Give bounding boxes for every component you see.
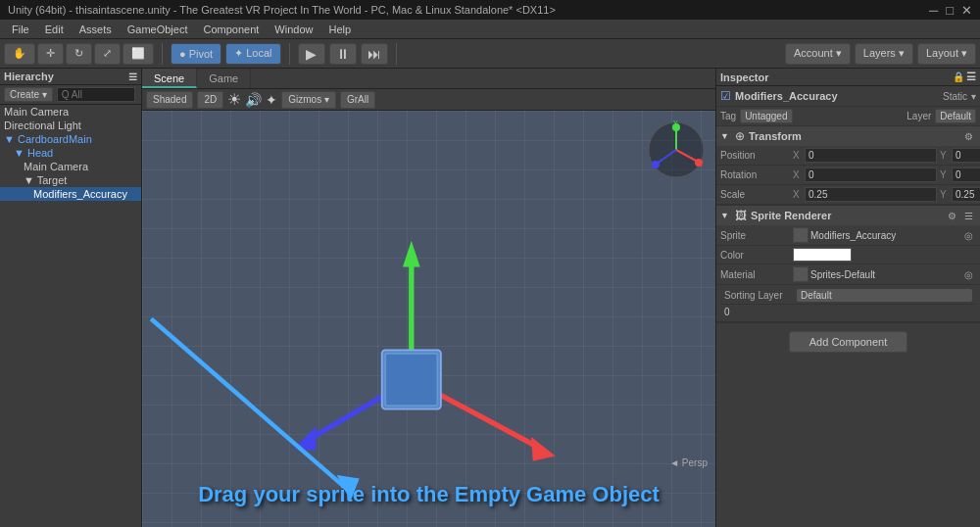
light-icon[interactable]: ☀ bbox=[227, 90, 241, 109]
play-button[interactable]: ▶ bbox=[298, 43, 325, 65]
tutorial-arrow bbox=[142, 111, 715, 527]
tab-game[interactable]: Game bbox=[197, 69, 251, 88]
position-label: Position bbox=[720, 150, 789, 161]
menu-item-component[interactable]: Component bbox=[195, 20, 267, 39]
rotate-tool[interactable]: ↻ bbox=[66, 43, 92, 65]
scale-y-field: Y bbox=[940, 187, 980, 202]
object-name: Modifiers_Accuracy bbox=[735, 90, 939, 102]
hierarchy-item-main-camera-child[interactable]: Main Camera bbox=[0, 160, 141, 173]
menu-item-file[interactable]: File bbox=[4, 20, 37, 39]
static-label: Static bbox=[943, 91, 967, 102]
menu-item-gameobject[interactable]: GameObject bbox=[120, 20, 196, 39]
transform-header[interactable]: ▼ ⊕ Transform ⚙ bbox=[716, 126, 980, 146]
hierarchy-item-cardboardmain[interactable]: ▼ CardboardMain bbox=[0, 132, 141, 146]
menu-item-help[interactable]: Help bbox=[320, 20, 359, 39]
material-select-btn[interactable]: ◎ bbox=[961, 269, 976, 280]
sorting-label: Sorting Layer bbox=[724, 290, 793, 301]
menu-item-window[interactable]: Window bbox=[267, 20, 320, 39]
svg-text:Z: Z bbox=[652, 163, 657, 169]
color-swatch[interactable] bbox=[793, 248, 852, 262]
svg-text:Y: Y bbox=[673, 120, 678, 126]
sprite-renderer-title: Sprite Renderer bbox=[751, 210, 941, 221]
sprite-field: Modifiers_Accuracy ◎ bbox=[793, 227, 976, 243]
grall-btn[interactable]: GrAll bbox=[340, 91, 375, 109]
static-dropdown[interactable]: ▾ bbox=[971, 91, 976, 102]
sorting-section: Sorting Layer Default 0 bbox=[716, 285, 980, 322]
transform-icon: ⊕ bbox=[735, 129, 745, 143]
local-button[interactable]: ✦ Local bbox=[225, 43, 280, 65]
hierarchy-item-dir-light[interactable]: Directional Light bbox=[0, 119, 141, 132]
hierarchy-pin[interactable]: ☰ bbox=[128, 72, 137, 82]
gizmos-btn[interactable]: Gizmos ▾ bbox=[281, 91, 336, 109]
sprite-renderer-settings[interactable]: ⚙ bbox=[945, 211, 959, 221]
2d-btn[interactable]: 2D bbox=[197, 91, 223, 109]
hierarchy-item-head[interactable]: ▼ Head bbox=[0, 146, 141, 160]
scale-row: Scale X Y Z bbox=[716, 185, 980, 205]
layer-value[interactable]: Default bbox=[935, 109, 976, 123]
pause-button[interactable]: ⏸ bbox=[329, 43, 357, 65]
menu-bar: FileEditAssetsGameObjectComponentWindowH… bbox=[0, 20, 980, 39]
step-button[interactable]: ⏭ bbox=[361, 43, 388, 65]
sprite-select-btn[interactable]: ◎ bbox=[961, 230, 976, 241]
hand-tool[interactable]: ✋ bbox=[4, 43, 35, 65]
hierarchy-search[interactable] bbox=[57, 87, 135, 102]
shaded-btn[interactable]: Shaded bbox=[146, 91, 193, 109]
add-component-button[interactable]: Add Component bbox=[789, 331, 908, 353]
inspector-panel: Inspector 🔒 ☰ ☑ Modifiers_Accuracy Stati… bbox=[715, 69, 980, 527]
rotation-x-input[interactable] bbox=[805, 168, 937, 182]
svg-rect-6 bbox=[382, 350, 441, 408]
svg-line-18 bbox=[151, 319, 351, 493]
scale-tool[interactable]: ⤢ bbox=[94, 43, 121, 65]
sprite-row: Sprite Modifiers_Accuracy ◎ bbox=[716, 225, 980, 246]
hierarchy-item-target[interactable]: ▼ Target bbox=[0, 173, 141, 187]
menu-item-edit[interactable]: Edit bbox=[37, 20, 72, 39]
active-checkbox[interactable]: ☑ bbox=[720, 89, 731, 103]
view-tabs: Scene Game bbox=[142, 69, 715, 89]
tab-scene[interactable]: Scene bbox=[142, 69, 197, 88]
scale-label: Scale bbox=[720, 189, 789, 200]
hierarchy-item-modifiers-accuracy[interactable]: Modifiers_Accuracy bbox=[0, 187, 141, 201]
minimize-button[interactable]: ─ bbox=[929, 3, 938, 18]
scale-y-input[interactable] bbox=[952, 187, 980, 202]
inspector-menu-icon[interactable]: ☰ bbox=[966, 71, 976, 83]
sorting-value[interactable]: Default bbox=[797, 289, 972, 302]
effects-icon[interactable]: ✦ bbox=[266, 92, 277, 108]
rotation-fields: X Y Z bbox=[793, 168, 980, 182]
x-label: X bbox=[793, 150, 803, 161]
scene-view[interactable]: Y X Z ◄ Persp Drag your sprite into the … bbox=[142, 111, 715, 527]
color-label: Color bbox=[720, 250, 789, 261]
sprite-renderer-header[interactable]: ▼ 🖼 Sprite Renderer ⚙ ☰ bbox=[716, 206, 980, 225]
lock-icon[interactable]: 🔒 bbox=[953, 72, 964, 82]
ry-label: Y bbox=[940, 169, 950, 180]
position-row: Position X Y Z bbox=[716, 146, 980, 166]
maximize-button[interactable]: □ bbox=[946, 3, 954, 18]
material-thumb bbox=[793, 266, 808, 282]
move-tool[interactable]: ✛ bbox=[37, 43, 64, 65]
toolbar: ✋ ✛ ↻ ⤢ ⬜ ● Pivot ✦ Local ▶ ⏸ ⏭ Account … bbox=[0, 39, 980, 69]
position-y-input[interactable] bbox=[952, 148, 980, 163]
hierarchy-title: Hierarchy bbox=[4, 71, 54, 82]
position-x-input[interactable] bbox=[805, 148, 937, 163]
audio-icon[interactable]: 🔊 bbox=[245, 92, 262, 108]
persp-label: ◄ Persp bbox=[669, 457, 708, 468]
account-button[interactable]: Account ▾ bbox=[785, 43, 851, 65]
scale-x-input[interactable] bbox=[805, 187, 937, 202]
transform-settings[interactable]: ⚙ bbox=[961, 131, 976, 142]
hierarchy-item-main-camera[interactable]: Main Camera bbox=[0, 105, 141, 119]
close-button[interactable]: ✕ bbox=[961, 3, 972, 18]
rotation-y-input[interactable] bbox=[952, 168, 980, 182]
svg-rect-7 bbox=[385, 354, 437, 406]
hierarchy-tree: Main Camera Directional Light ▼ Cardboar… bbox=[0, 105, 141, 201]
hierarchy-create-btn[interactable]: Create ▾ bbox=[4, 87, 53, 102]
sprite-renderer-menu[interactable]: ☰ bbox=[961, 211, 976, 221]
inspector-title: Inspector bbox=[720, 72, 769, 83]
pivot-button[interactable]: ● Pivot bbox=[171, 43, 221, 65]
tag-value[interactable]: Untagged bbox=[740, 109, 792, 123]
transform-section: ▼ ⊕ Transform ⚙ Position X Y bbox=[716, 126, 980, 206]
menu-item-assets[interactable]: Assets bbox=[72, 20, 120, 39]
layout-button[interactable]: Layout ▾ bbox=[917, 43, 976, 65]
rotation-row: Rotation X Y Z bbox=[716, 166, 980, 185]
layers-button[interactable]: Layers ▾ bbox=[855, 43, 913, 65]
rect-tool[interactable]: ⬜ bbox=[122, 43, 154, 65]
layer-label: Layer bbox=[906, 111, 931, 121]
